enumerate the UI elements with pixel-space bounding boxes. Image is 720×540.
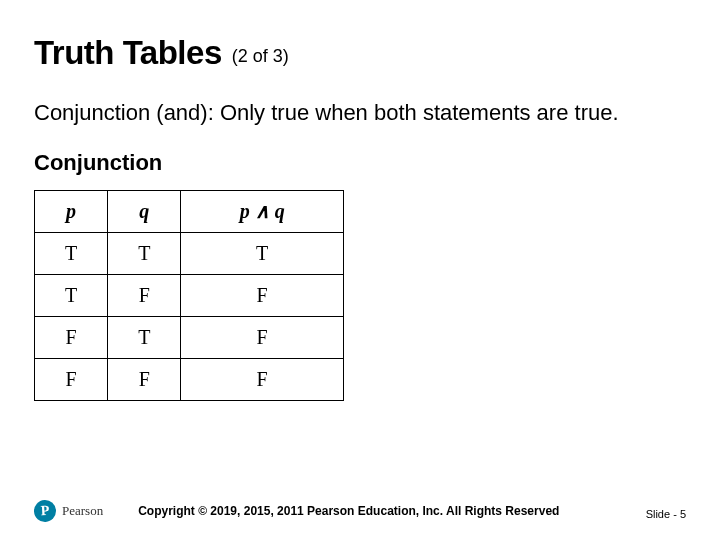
cell-q: F [108,274,181,316]
brand-icon: P [33,499,56,522]
header-q: q [108,190,181,232]
brand-name: Pearson [62,503,103,519]
copyright-text: Copyright © 2019, 2015, 2011 Pearson Edu… [138,504,559,518]
brand-logo: P Pearson [34,500,103,522]
footer: P Pearson Copyright © 2019, 2015, 2011 P… [0,500,720,522]
header-pq: p ∧ q [181,190,344,232]
header-p: p [35,190,108,232]
slide-number: Slide - 5 [646,508,686,520]
table-row: T T T [35,232,344,274]
cell-q: T [108,232,181,274]
slide-counter: (2 of 3) [230,46,289,67]
cell-p: T [35,232,108,274]
title-row: Truth Tables (2 of 3) [34,34,686,72]
cell-pq: F [181,358,344,400]
table-row: T F F [35,274,344,316]
cell-p: F [35,316,108,358]
cell-pq: T [181,232,344,274]
subheading: Conjunction [34,150,686,176]
cell-p: T [35,274,108,316]
description-text: Conjunction (and): Only true when both s… [34,98,686,128]
cell-q: F [108,358,181,400]
truth-table: p q p ∧ q T T T T F F F T F F [34,190,344,401]
table-row: F T F [35,316,344,358]
cell-pq: F [181,274,344,316]
table-row: F F F [35,358,344,400]
cell-p: F [35,358,108,400]
slide-title: Truth Tables [34,34,222,72]
cell-q: T [108,316,181,358]
cell-pq: F [181,316,344,358]
